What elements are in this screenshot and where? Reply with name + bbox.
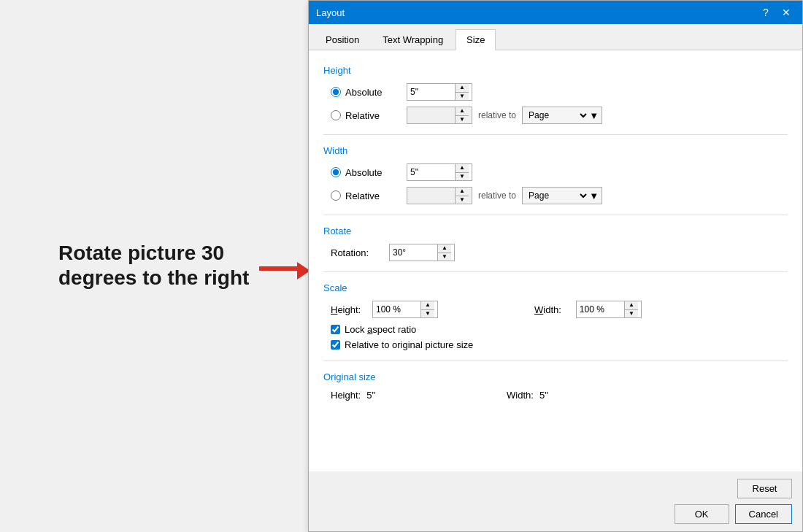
width-absolute-radio[interactable] — [331, 167, 341, 177]
height-relative-to-label: relative to — [478, 110, 516, 120]
ok-button[interactable]: OK — [675, 504, 729, 524]
rotation-up[interactable]: ▲ — [438, 244, 451, 252]
arrow-icon — [259, 261, 310, 276]
scale-width-spinner[interactable]: ▲ ▼ — [576, 301, 642, 318]
width-relative-to-label: relative to — [478, 190, 516, 201]
dialog-content: Height Absolute ▲ ▼ Relative — [309, 50, 802, 471]
help-button[interactable]: ? — [757, 4, 775, 21]
height-relative-radio[interactable] — [331, 110, 341, 120]
width-relative-input — [407, 189, 455, 202]
lock-aspect-row: Lock aspect ratio — [323, 324, 788, 335]
original-width-label: Width: — [507, 390, 534, 401]
lock-aspect-checkbox[interactable] — [331, 325, 340, 334]
relative-original-row: Relative to original picture size — [323, 339, 788, 350]
arrow-container — [259, 261, 310, 276]
scale-height-label: Height: — [331, 304, 364, 315]
reset-row: Reset — [319, 479, 792, 498]
scale-width-label-text: Width: — [534, 304, 561, 315]
height-absolute-down[interactable]: ▼ — [456, 92, 469, 100]
scale-width-down[interactable]: ▼ — [625, 309, 638, 317]
width-page-select[interactable]: Page — [526, 188, 589, 204]
width-section-header: Width — [323, 145, 788, 156]
width-absolute-down[interactable]: ▼ — [456, 172, 469, 180]
rotate-section-header: Rotate — [323, 225, 788, 236]
height-page-dropdown[interactable]: Page ▼ — [522, 107, 602, 124]
reset-button[interactable]: Reset — [737, 479, 792, 498]
width-relative-radio[interactable] — [331, 190, 341, 201]
height-section-header: Height — [323, 65, 788, 76]
dialog-title: Layout — [316, 7, 345, 18]
height-page-select[interactable]: Page — [526, 107, 589, 123]
width-absolute-row: Absolute ▲ ▼ — [323, 163, 788, 181]
scale-section-header: Scale — [323, 282, 788, 293]
height-relative-label[interactable]: Relative — [331, 110, 396, 121]
relative-original-checkbox[interactable] — [331, 340, 340, 350]
original-size-row: Height: 5" Width: 5" — [323, 390, 788, 401]
width-relative-row: Relative ▲ ▼ relative to Page ▼ — [323, 187, 788, 204]
height-absolute-label[interactable]: Absolute — [331, 87, 396, 98]
width-relative-up[interactable]: ▲ — [456, 188, 469, 196]
height-relative-down[interactable]: ▼ — [456, 115, 469, 123]
rotation-label: Rotation: — [331, 247, 382, 258]
dialog-footer: Reset OK Cancel — [309, 471, 802, 531]
height-absolute-radio[interactable] — [331, 87, 341, 97]
width-relative-spinner[interactable]: ▲ ▼ — [407, 187, 472, 204]
rotation-down[interactable]: ▼ — [438, 252, 451, 261]
rotate-row: Rotation: ▲ ▼ — [323, 244, 788, 261]
title-bar-controls: ? ✕ — [757, 4, 795, 21]
dialog: Layout ? ✕ Position Text Wrapping Size H… — [308, 0, 803, 532]
rotation-spinner[interactable]: ▲ ▼ — [389, 244, 455, 261]
height-relative-input — [407, 109, 455, 122]
width-page-dropdown[interactable]: Page ▼ — [522, 187, 602, 204]
scale-height-input[interactable] — [373, 303, 420, 316]
original-width-field: Width: 5" — [507, 390, 548, 401]
original-height-value: 5" — [366, 390, 375, 401]
tab-size[interactable]: Size — [456, 29, 496, 50]
height-relative-row: Relative ▲ ▼ relative to Page ▼ — [323, 107, 788, 124]
height-absolute-row: Absolute ▲ ▼ — [323, 83, 788, 101]
footer-buttons: OK Cancel — [319, 504, 792, 524]
scale-height-spinner[interactable]: ▲ ▼ — [372, 301, 438, 318]
width-absolute-label[interactable]: Absolute — [331, 167, 396, 178]
tab-text-wrapping[interactable]: Text Wrapping — [372, 29, 454, 50]
height-relative-up[interactable]: ▲ — [456, 107, 469, 115]
width-absolute-up[interactable]: ▲ — [456, 164, 469, 172]
height-absolute-input[interactable] — [407, 85, 455, 99]
original-height-label: Height: — [331, 390, 361, 401]
scale-height-up[interactable]: ▲ — [421, 301, 434, 309]
scale-height-row: Height: ▲ ▼ Width: ▲ ▼ — [323, 301, 788, 318]
height-relative-spinner[interactable]: ▲ ▼ — [407, 107, 472, 124]
tab-position[interactable]: Position — [315, 29, 370, 50]
width-relative-down[interactable]: ▼ — [456, 196, 469, 204]
width-relative-label[interactable]: Relative — [331, 190, 396, 201]
original-width-value: 5" — [539, 390, 548, 401]
rotation-input[interactable] — [390, 246, 437, 259]
height-absolute-spinner[interactable]: ▲ ▼ — [407, 83, 472, 101]
title-bar: Layout ? ✕ — [309, 1, 802, 24]
lock-aspect-label: Lock aspect ratio — [345, 324, 416, 335]
tab-bar: Position Text Wrapping Size — [309, 24, 802, 50]
width-absolute-spinner[interactable]: ▲ ▼ — [407, 163, 472, 181]
original-height-field: Height: 5" — [331, 390, 375, 401]
scale-height-down[interactable]: ▼ — [421, 309, 434, 317]
width-absolute-input[interactable] — [407, 166, 455, 179]
scale-width-input[interactable] — [577, 303, 624, 316]
scale-width-up[interactable]: ▲ — [625, 301, 638, 309]
height-absolute-up[interactable]: ▲ — [456, 84, 469, 92]
original-size-header: Original size — [323, 371, 788, 382]
close-button[interactable]: ✕ — [777, 4, 795, 21]
cancel-button[interactable]: Cancel — [735, 504, 792, 524]
relative-original-label: Relative to original picture size — [345, 339, 473, 350]
